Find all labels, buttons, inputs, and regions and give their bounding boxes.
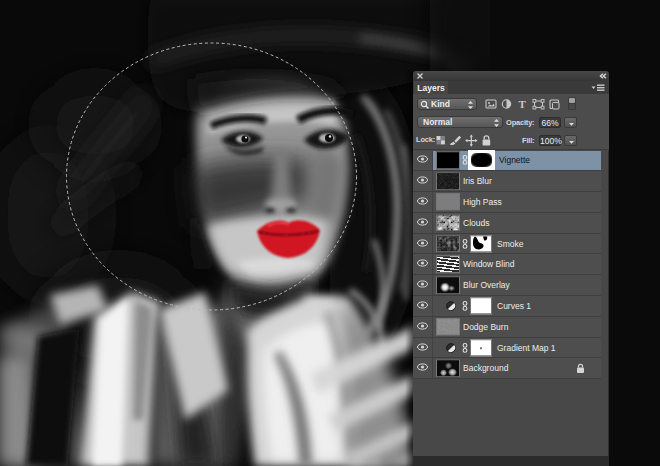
svg-text:T: T xyxy=(519,98,527,110)
